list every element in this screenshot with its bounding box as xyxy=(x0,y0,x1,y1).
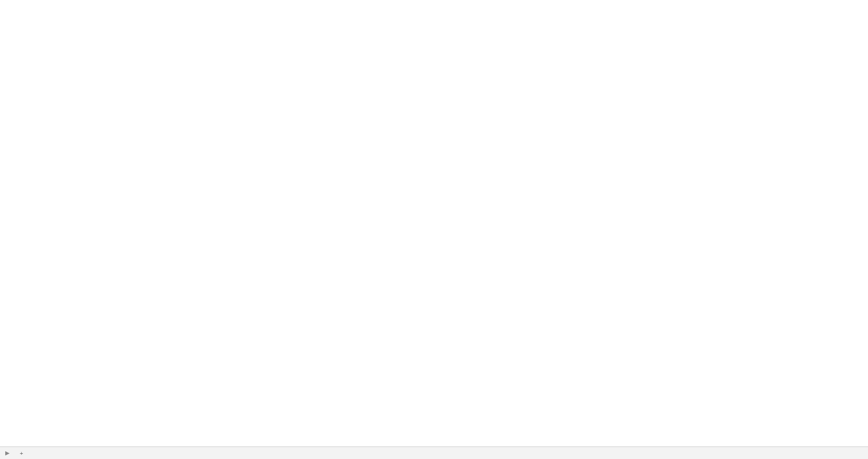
tab-nav-prev-icon[interactable]: ▶ xyxy=(0,450,15,456)
page-title xyxy=(0,0,868,13)
add-sheet-button[interactable]: + xyxy=(15,448,28,458)
notes-panel xyxy=(284,29,344,36)
notes-header xyxy=(284,29,344,36)
sheet-tab-bar: ▶ + xyxy=(0,446,868,459)
